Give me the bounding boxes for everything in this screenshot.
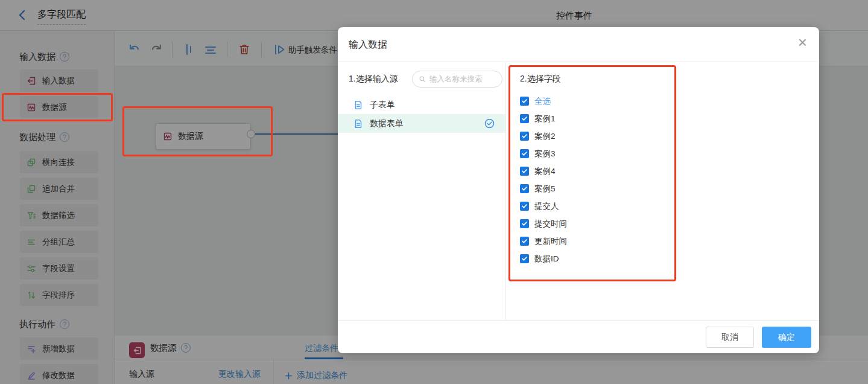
field-list: 全选 案例1 案例2 案例3 案例4 案例5 — [520, 92, 567, 267]
step1-label: 1.选择输入源 — [349, 74, 398, 85]
modal-header: 输入数据 × — [338, 27, 819, 62]
field-checkbox-row[interactable]: 案例2 — [520, 127, 567, 145]
field-checkbox-row[interactable]: 提交人 — [520, 197, 567, 215]
checkbox-checked-icon[interactable] — [520, 237, 529, 246]
form-doc-icon — [353, 100, 363, 110]
source-list: 子表单 数据表单 — [338, 95, 505, 133]
source-search[interactable] — [412, 71, 502, 88]
field-checkbox-row[interactable]: 案例4 — [520, 162, 567, 180]
checkbox-checked-icon[interactable] — [520, 97, 529, 106]
field-checkbox-row[interactable]: 案例5 — [520, 180, 567, 197]
confirm-button[interactable]: 确定 — [762, 327, 811, 348]
checkbox-checked-icon[interactable] — [520, 149, 529, 158]
step2-label: 2.选择字段 — [520, 74, 561, 85]
app-window: 多字段匹配 控件事件 输入数据 ? 输入数据 数据源 数据处理 ? — [0, 0, 868, 384]
field-checkbox-select-all[interactable]: 全选 — [520, 92, 567, 110]
checkbox-checked-icon[interactable] — [520, 219, 529, 228]
field-checkbox-row[interactable]: 案例3 — [520, 145, 567, 162]
checkbox-checked-icon[interactable] — [520, 202, 529, 211]
modal-title: 输入数据 — [349, 39, 387, 51]
search-icon — [419, 75, 426, 83]
checkbox-checked-icon[interactable] — [520, 184, 529, 193]
form-doc-icon — [353, 119, 363, 129]
close-icon[interactable]: × — [798, 34, 807, 50]
source-item-subform[interactable]: 子表单 — [338, 95, 505, 114]
checkbox-checked-icon[interactable] — [520, 132, 529, 141]
modal-column-divider — [505, 62, 506, 320]
modal-footer: 取消 确定 — [338, 320, 819, 353]
checkbox-checked-icon[interactable] — [520, 254, 529, 263]
field-checkbox-row[interactable]: 更新时间 — [520, 232, 567, 250]
cancel-button[interactable]: 取消 — [706, 327, 754, 348]
field-checkbox-row[interactable]: 数据ID — [520, 250, 567, 267]
search-input[interactable] — [429, 75, 497, 83]
field-checkbox-row[interactable]: 案例1 — [520, 110, 567, 127]
source-item-dataform[interactable]: 数据表单 — [338, 114, 505, 133]
checkbox-checked-icon[interactable] — [520, 167, 529, 176]
input-data-modal: 输入数据 × 1.选择输入源 子表单 数据表单 — [338, 27, 819, 353]
checkbox-checked-icon[interactable] — [520, 114, 529, 123]
field-checkbox-row[interactable]: 提交时间 — [520, 215, 567, 232]
selected-check-icon — [484, 118, 495, 129]
